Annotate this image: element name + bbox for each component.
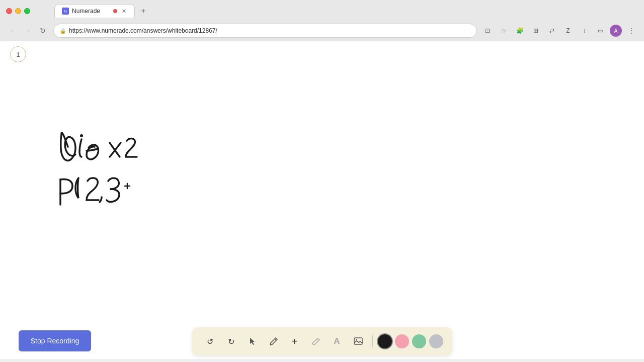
tab-recording-dot xyxy=(113,9,117,13)
color-black-button[interactable] xyxy=(378,334,392,348)
split-button[interactable]: ▭ xyxy=(594,24,607,37)
main-content: 1 Stop Recording xyxy=(0,41,644,359)
url-bar[interactable]: 🔒 https://www.numerade.com/answers/white… xyxy=(53,24,477,38)
tab-favicon: N xyxy=(62,8,69,15)
cast-button[interactable]: ⊡ xyxy=(481,24,494,37)
bottom-toolbar: Stop Recording ↺ ↻ + xyxy=(0,324,644,359)
text-tool-button[interactable]: A xyxy=(328,332,346,350)
url-text: https://www.numerade.com/answers/whitebo… xyxy=(69,27,217,34)
menu-button[interactable]: ⋮ xyxy=(625,24,638,37)
zotero-button[interactable]: Z xyxy=(561,24,575,37)
page-number: 1 xyxy=(10,46,26,62)
image-tool-button[interactable] xyxy=(349,332,367,350)
stop-recording-button[interactable]: Stop Recording xyxy=(19,330,91,351)
address-bar: ← → ↻ 🔒 https://www.numerade.com/answers… xyxy=(0,22,644,41)
eraser-tool-button[interactable] xyxy=(307,332,325,350)
pen-tool-button[interactable] xyxy=(265,332,283,350)
bookmark-button[interactable]: ☆ xyxy=(497,24,510,37)
svg-point-0 xyxy=(80,134,83,137)
browser-tab[interactable]: N Numerade ✕ xyxy=(54,4,135,18)
minimize-button[interactable] xyxy=(15,8,21,14)
new-tab-button[interactable]: + xyxy=(137,5,150,18)
traffic-lights xyxy=(6,8,30,14)
undo-button[interactable]: ↺ xyxy=(201,332,219,350)
maximize-button[interactable] xyxy=(24,8,30,14)
add-tool-button[interactable]: + xyxy=(286,332,304,350)
tab-title: Numerade xyxy=(72,8,110,15)
browser-actions: ⊡ ☆ 🧩 ⊞ ⇄ Z ↓ ▭ A ⋮ xyxy=(481,24,638,37)
handwriting-canvas xyxy=(40,107,242,217)
eraser-icon xyxy=(311,337,320,346)
color-green-button[interactable] xyxy=(412,334,426,348)
tab-close-button[interactable]: ✕ xyxy=(120,8,127,15)
page-number-label: 1 xyxy=(16,51,20,58)
color-pink-button[interactable] xyxy=(395,334,409,348)
forward-button[interactable]: → xyxy=(21,24,34,37)
cursor-icon xyxy=(248,337,257,346)
lock-icon: 🔒 xyxy=(60,28,66,34)
back-button[interactable]: ← xyxy=(6,24,19,37)
select-tool-button[interactable] xyxy=(244,332,262,350)
favicon-label: N xyxy=(64,9,67,14)
grid-button[interactable]: ⊞ xyxy=(529,24,542,37)
nav-buttons: ← → ↻ xyxy=(6,24,49,37)
image-icon xyxy=(353,336,363,346)
svg-point-2 xyxy=(356,339,357,341)
sync-button[interactable]: ⇄ xyxy=(545,24,558,37)
download-button[interactable]: ↓ xyxy=(578,24,591,37)
title-bar: N Numerade ✕ + xyxy=(0,0,644,22)
profile-avatar[interactable]: A xyxy=(610,25,622,37)
color-gray-button[interactable] xyxy=(429,334,443,348)
refresh-button[interactable]: ↻ xyxy=(36,24,49,37)
close-button[interactable] xyxy=(6,8,12,14)
redo-button[interactable]: ↻ xyxy=(222,332,240,350)
svg-rect-1 xyxy=(354,338,362,344)
toolbar-container: ↺ ↻ + xyxy=(192,327,452,355)
extensions-button[interactable]: 🧩 xyxy=(513,24,526,37)
browser-chrome: N Numerade ✕ + ← → ↻ 🔒 https://www.numer… xyxy=(0,0,644,41)
pen-icon xyxy=(269,337,278,346)
toolbar-divider xyxy=(372,335,373,347)
